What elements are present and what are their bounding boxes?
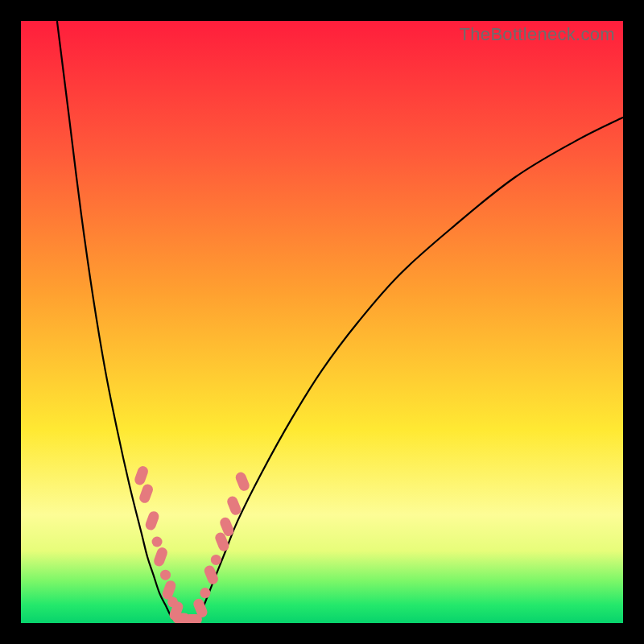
highlight-dot xyxy=(152,546,168,568)
highlight-dot xyxy=(211,555,221,565)
highlight-dot xyxy=(144,510,160,531)
highlight-dot xyxy=(225,495,242,517)
highlight-dot xyxy=(133,464,149,486)
highlight-dot xyxy=(200,588,210,598)
highlight-dot xyxy=(138,483,154,505)
chart-svg xyxy=(21,21,623,623)
chart-frame: TheBottleneck.com xyxy=(21,21,623,623)
highlight-dot xyxy=(203,564,220,586)
right-curve xyxy=(196,118,623,623)
highlight-dot xyxy=(152,537,163,547)
highlight-dot xyxy=(160,570,171,580)
highlight-dots xyxy=(133,464,250,623)
left-curve xyxy=(57,21,178,623)
highlight-dot xyxy=(234,471,251,493)
